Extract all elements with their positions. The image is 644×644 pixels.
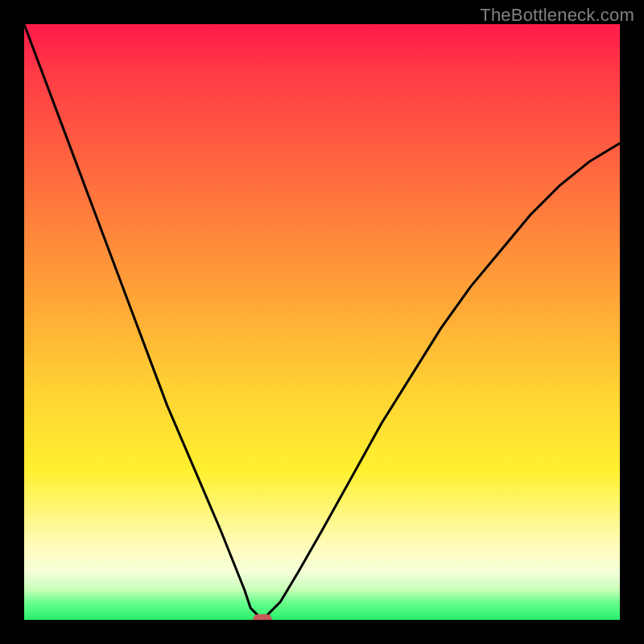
watermark-text: TheBottleneck.com	[480, 5, 634, 26]
minimum-marker	[253, 614, 272, 620]
plot-area	[24, 24, 620, 620]
bottleneck-curve	[24, 24, 620, 620]
chart-frame: TheBottleneck.com	[0, 0, 644, 644]
